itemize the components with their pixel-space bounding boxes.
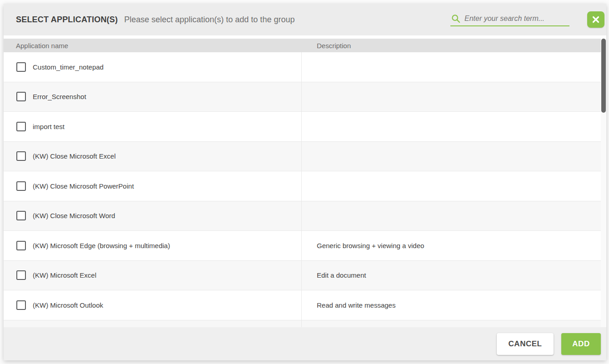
- dialog-footer: CANCEL ADD: [4, 327, 606, 360]
- row-description: [301, 82, 601, 112]
- table-row-partial[interactable]: [4, 320, 601, 328]
- application-name-cell: [4, 320, 301, 328]
- application-name-cell: Custom_timer_notepad: [4, 52, 301, 82]
- table-row[interactable]: (KW) Microsoft Excel Edit a document: [4, 261, 601, 291]
- row-checkbox[interactable]: [16, 300, 26, 310]
- row-checkbox[interactable]: [16, 122, 26, 131]
- row-checkbox[interactable]: [16, 211, 26, 220]
- row-app-name: (KW) Close Microsoft Excel: [33, 152, 116, 160]
- row-checkbox[interactable]: [16, 270, 26, 280]
- application-name-cell: (KW) Microsoft Outlook: [4, 290, 301, 320]
- search-input[interactable]: [464, 15, 562, 23]
- row-app-name: (KW) Microsoft Edge (browsing + multimed…: [33, 242, 170, 249]
- header-divider-strip: [4, 35, 606, 39]
- row-checkbox[interactable]: [16, 62, 26, 72]
- column-header-application-name: Application name: [4, 42, 301, 50]
- row-checkbox[interactable]: [16, 181, 26, 191]
- column-header-description: Description: [301, 42, 351, 50]
- row-app-name: (KW) Close Microsoft PowerPoint: [33, 182, 134, 190]
- application-name-cell: (KW) Microsoft Excel: [4, 261, 301, 290]
- table-body: Custom_timer_notepad Error_Screenshot im…: [4, 52, 601, 320]
- row-checkbox[interactable]: [16, 151, 26, 161]
- scrollbar-track[interactable]: [601, 39, 606, 327]
- application-name-cell: import test: [4, 112, 301, 141]
- table-row[interactable]: (KW) Close Microsoft PowerPoint: [4, 171, 601, 201]
- application-name-cell: (KW) Close Microsoft Word: [4, 201, 301, 231]
- table-row[interactable]: (KW) Microsoft Edge (browsing + multimed…: [4, 231, 601, 261]
- row-app-name: Custom_timer_notepad: [33, 63, 104, 71]
- table-row[interactable]: Error_Screenshot: [4, 82, 601, 112]
- row-description: [301, 201, 601, 231]
- row-app-name: (KW) Microsoft Outlook: [33, 301, 103, 309]
- row-description: [301, 171, 601, 201]
- row-description: [301, 112, 601, 141]
- application-list: Custom_timer_notepad Error_Screenshot im…: [4, 52, 606, 327]
- search-icon: [451, 14, 460, 23]
- dialog-title: SELECT APPLICATION(S): [16, 15, 118, 25]
- select-applications-dialog: SELECT APPLICATION(S) Please select appl…: [4, 4, 606, 360]
- row-checkbox[interactable]: [16, 241, 26, 250]
- application-name-cell: (KW) Close Microsoft Excel: [4, 142, 301, 171]
- row-app-name: (KW) Close Microsoft Word: [33, 212, 115, 219]
- table-row[interactable]: (KW) Close Microsoft Word: [4, 201, 601, 231]
- cancel-button[interactable]: CANCEL: [497, 333, 554, 355]
- table-header: Application name Description: [4, 39, 606, 52]
- application-name-cell: (KW) Close Microsoft PowerPoint: [4, 171, 301, 201]
- description-cell: [301, 320, 601, 328]
- application-name-cell: Error_Screenshot: [4, 82, 301, 112]
- row-app-name: Error_Screenshot: [33, 93, 86, 100]
- row-description: [301, 52, 601, 82]
- dialog-header: SELECT APPLICATION(S) Please select appl…: [4, 4, 606, 35]
- row-description: Generic browsing + viewing a video: [301, 231, 601, 260]
- table-row[interactable]: Custom_timer_notepad: [4, 52, 601, 82]
- table-row[interactable]: (KW) Close Microsoft Excel: [4, 142, 601, 172]
- table-row[interactable]: (KW) Microsoft Outlook Read and write me…: [4, 290, 601, 320]
- row-app-name: import test: [33, 123, 65, 130]
- table-row[interactable]: import test: [4, 112, 601, 142]
- application-name-cell: (KW) Microsoft Edge (browsing + multimed…: [4, 231, 301, 260]
- dialog-subtitle: Please select application(s) to add to t…: [124, 15, 295, 25]
- row-description: Edit a document: [301, 261, 601, 290]
- close-icon: [592, 15, 600, 24]
- close-button[interactable]: [587, 11, 604, 28]
- row-description: Read and write messages: [301, 290, 601, 320]
- search-field[interactable]: [450, 13, 569, 26]
- row-app-name: (KW) Microsoft Excel: [33, 271, 96, 279]
- add-button[interactable]: ADD: [561, 333, 601, 355]
- row-description: [301, 142, 601, 171]
- scrollbar-thumb[interactable]: [601, 39, 606, 113]
- row-checkbox[interactable]: [16, 92, 26, 101]
